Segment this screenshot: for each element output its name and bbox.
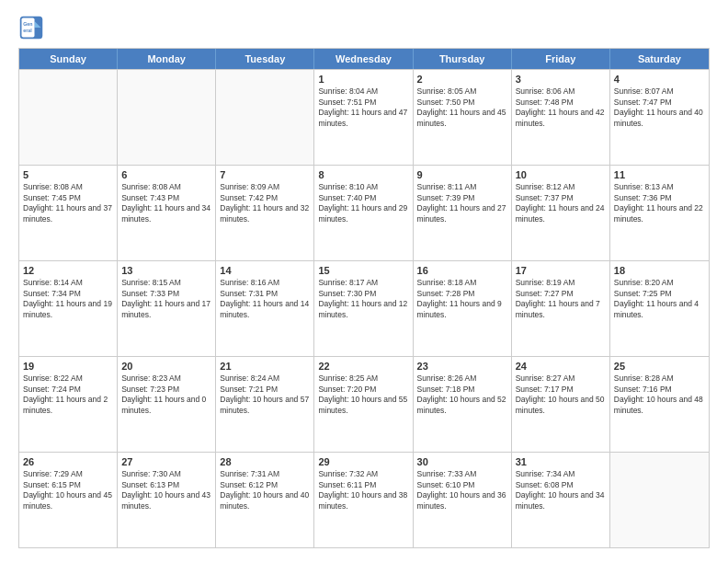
day-number: 18: [614, 264, 705, 277]
cell-detail: Sunrise: 8:19 AM Sunset: 7:27 PM Dayligh…: [516, 278, 606, 320]
calendar-cell: 1Sunrise: 8:04 AM Sunset: 7:51 PM Daylig…: [314, 70, 413, 165]
cell-detail: Sunrise: 8:07 AM Sunset: 7:47 PM Dayligh…: [614, 86, 705, 129]
day-number: 13: [121, 264, 211, 277]
cell-detail: Sunrise: 8:20 AM Sunset: 7:25 PM Dayligh…: [614, 278, 705, 320]
cell-detail: Sunrise: 8:16 AM Sunset: 7:31 PM Dayligh…: [220, 278, 310, 320]
cell-detail: Sunrise: 8:08 AM Sunset: 7:43 PM Dayligh…: [121, 182, 211, 224]
cell-detail: Sunrise: 8:26 AM Sunset: 7:18 PM Dayligh…: [417, 373, 507, 416]
day-number: 7: [220, 168, 310, 181]
cell-detail: Sunrise: 8:27 AM Sunset: 7:17 PM Dayligh…: [516, 373, 606, 416]
calendar-cell: 4Sunrise: 8:07 AM Sunset: 7:47 PM Daylig…: [610, 70, 709, 165]
cell-detail: Sunrise: 8:12 AM Sunset: 7:37 PM Dayligh…: [516, 182, 606, 224]
header-day-friday: Friday: [512, 49, 610, 69]
calendar-cell: 11Sunrise: 8:13 AM Sunset: 7:36 PM Dayli…: [610, 166, 709, 260]
cell-detail: Sunrise: 8:04 AM Sunset: 7:51 PM Dayligh…: [318, 86, 408, 129]
calendar-cell: 6Sunrise: 8:08 AM Sunset: 7:43 PM Daylig…: [118, 166, 216, 260]
svg-text:Gen: Gen: [23, 21, 32, 27]
cell-detail: Sunrise: 8:22 AM Sunset: 7:24 PM Dayligh…: [23, 373, 113, 416]
calendar-cell: [216, 70, 314, 165]
day-number: 14: [220, 264, 310, 277]
calendar-body: 1Sunrise: 8:04 AM Sunset: 7:51 PM Daylig…: [19, 69, 709, 547]
calendar-cell: 22Sunrise: 8:25 AM Sunset: 7:20 PM Dayli…: [314, 357, 413, 452]
calendar-row-5: 26Sunrise: 7:29 AM Sunset: 6:15 PM Dayli…: [19, 452, 709, 547]
calendar-cell: 21Sunrise: 8:24 AM Sunset: 7:21 PM Dayli…: [216, 357, 314, 452]
calendar-row-2: 5Sunrise: 8:08 AM Sunset: 7:45 PM Daylig…: [19, 165, 709, 260]
day-number: 30: [417, 455, 507, 468]
calendar-cell: 26Sunrise: 7:29 AM Sunset: 6:15 PM Dayli…: [19, 453, 118, 547]
calendar-cell: 27Sunrise: 7:30 AM Sunset: 6:13 PM Dayli…: [118, 453, 216, 547]
day-number: 16: [417, 264, 507, 277]
cell-detail: Sunrise: 7:34 AM Sunset: 6:08 PM Dayligh…: [516, 469, 606, 511]
day-number: 26: [23, 455, 113, 468]
calendar-cell: 17Sunrise: 8:19 AM Sunset: 7:27 PM Dayli…: [512, 261, 610, 356]
day-number: 23: [417, 360, 507, 373]
calendar: SundayMondayTuesdayWednesdayThursdayFrid…: [18, 48, 710, 548]
calendar-cell: 12Sunrise: 8:14 AM Sunset: 7:34 PM Dayli…: [19, 261, 118, 356]
calendar-cell: 13Sunrise: 8:15 AM Sunset: 7:33 PM Dayli…: [118, 261, 216, 356]
day-number: 5: [23, 168, 113, 181]
cell-detail: Sunrise: 8:23 AM Sunset: 7:23 PM Dayligh…: [121, 373, 211, 416]
day-number: 1: [318, 73, 408, 86]
calendar-cell: 25Sunrise: 8:28 AM Sunset: 7:16 PM Dayli…: [610, 357, 709, 452]
day-number: 25: [614, 360, 705, 373]
day-number: 4: [614, 73, 705, 86]
day-number: 22: [318, 360, 408, 373]
cell-detail: Sunrise: 8:13 AM Sunset: 7:36 PM Dayligh…: [614, 182, 705, 224]
day-number: 12: [23, 264, 113, 277]
cell-detail: Sunrise: 7:29 AM Sunset: 6:15 PM Dayligh…: [23, 469, 113, 511]
svg-text:eral: eral: [23, 28, 32, 33]
calendar-cell: 24Sunrise: 8:27 AM Sunset: 7:17 PM Dayli…: [512, 357, 610, 452]
cell-detail: Sunrise: 8:14 AM Sunset: 7:34 PM Dayligh…: [23, 278, 113, 320]
header-day-sunday: Sunday: [19, 49, 118, 69]
day-number: 3: [516, 73, 606, 86]
cell-detail: Sunrise: 7:31 AM Sunset: 6:12 PM Dayligh…: [220, 469, 310, 511]
day-number: 27: [121, 455, 211, 468]
calendar-cell: 16Sunrise: 8:18 AM Sunset: 7:28 PM Dayli…: [414, 261, 512, 356]
day-number: 20: [121, 360, 211, 373]
calendar-cell: 15Sunrise: 8:17 AM Sunset: 7:30 PM Dayli…: [314, 261, 413, 356]
calendar-header: SundayMondayTuesdayWednesdayThursdayFrid…: [19, 49, 709, 69]
cell-detail: Sunrise: 8:18 AM Sunset: 7:28 PM Dayligh…: [417, 278, 507, 320]
day-number: 28: [220, 455, 310, 468]
header-day-monday: Monday: [118, 49, 216, 69]
calendar-cell: 28Sunrise: 7:31 AM Sunset: 6:12 PM Dayli…: [216, 453, 314, 547]
calendar-cell: 29Sunrise: 7:32 AM Sunset: 6:11 PM Dayli…: [314, 453, 413, 547]
calendar-cell: 3Sunrise: 8:06 AM Sunset: 7:48 PM Daylig…: [512, 70, 610, 165]
calendar-cell: 5Sunrise: 8:08 AM Sunset: 7:45 PM Daylig…: [19, 166, 118, 260]
day-number: 21: [220, 360, 310, 373]
cell-detail: Sunrise: 7:33 AM Sunset: 6:10 PM Dayligh…: [417, 469, 507, 511]
calendar-cell: 2Sunrise: 8:05 AM Sunset: 7:50 PM Daylig…: [414, 70, 512, 165]
calendar-cell: 10Sunrise: 8:12 AM Sunset: 7:37 PM Dayli…: [512, 166, 610, 260]
day-number: 29: [318, 455, 408, 468]
calendar-row-3: 12Sunrise: 8:14 AM Sunset: 7:34 PM Dayli…: [19, 260, 709, 356]
cell-detail: Sunrise: 8:15 AM Sunset: 7:33 PM Dayligh…: [121, 278, 211, 320]
calendar-row-4: 19Sunrise: 8:22 AM Sunset: 7:24 PM Dayli…: [19, 356, 709, 452]
header-day-wednesday: Wednesday: [314, 49, 413, 69]
calendar-cell: 31Sunrise: 7:34 AM Sunset: 6:08 PM Dayli…: [512, 453, 610, 547]
cell-detail: Sunrise: 8:11 AM Sunset: 7:39 PM Dayligh…: [417, 182, 507, 224]
calendar-cell: [118, 70, 216, 165]
calendar-cell: 18Sunrise: 8:20 AM Sunset: 7:25 PM Dayli…: [610, 261, 709, 356]
cell-detail: Sunrise: 7:30 AM Sunset: 6:13 PM Dayligh…: [121, 469, 211, 511]
header-day-tuesday: Tuesday: [216, 49, 314, 69]
header-area: Gen eral: [18, 15, 710, 40]
cell-detail: Sunrise: 8:08 AM Sunset: 7:45 PM Dayligh…: [23, 182, 113, 224]
day-number: 8: [318, 168, 408, 181]
cell-detail: Sunrise: 8:17 AM Sunset: 7:30 PM Dayligh…: [318, 278, 408, 320]
calendar-cell: 23Sunrise: 8:26 AM Sunset: 7:18 PM Dayli…: [414, 357, 512, 452]
calendar-cell: 20Sunrise: 8:23 AM Sunset: 7:23 PM Dayli…: [118, 357, 216, 452]
day-number: 17: [516, 264, 606, 277]
day-number: 24: [516, 360, 606, 373]
day-number: 19: [23, 360, 113, 373]
cell-detail: Sunrise: 8:10 AM Sunset: 7:40 PM Dayligh…: [318, 182, 408, 224]
calendar-cell: 30Sunrise: 7:33 AM Sunset: 6:10 PM Dayli…: [414, 453, 512, 547]
cell-detail: Sunrise: 8:25 AM Sunset: 7:20 PM Dayligh…: [318, 373, 408, 416]
calendar-cell: 14Sunrise: 8:16 AM Sunset: 7:31 PM Dayli…: [216, 261, 314, 356]
day-number: 15: [318, 264, 408, 277]
cell-detail: Sunrise: 8:24 AM Sunset: 7:21 PM Dayligh…: [220, 373, 310, 416]
day-number: 2: [417, 73, 507, 86]
calendar-cell: [19, 70, 118, 165]
cell-detail: Sunrise: 8:06 AM Sunset: 7:48 PM Dayligh…: [516, 86, 606, 129]
cell-detail: Sunrise: 8:09 AM Sunset: 7:42 PM Dayligh…: [220, 182, 310, 224]
cell-detail: Sunrise: 7:32 AM Sunset: 6:11 PM Dayligh…: [318, 469, 408, 511]
